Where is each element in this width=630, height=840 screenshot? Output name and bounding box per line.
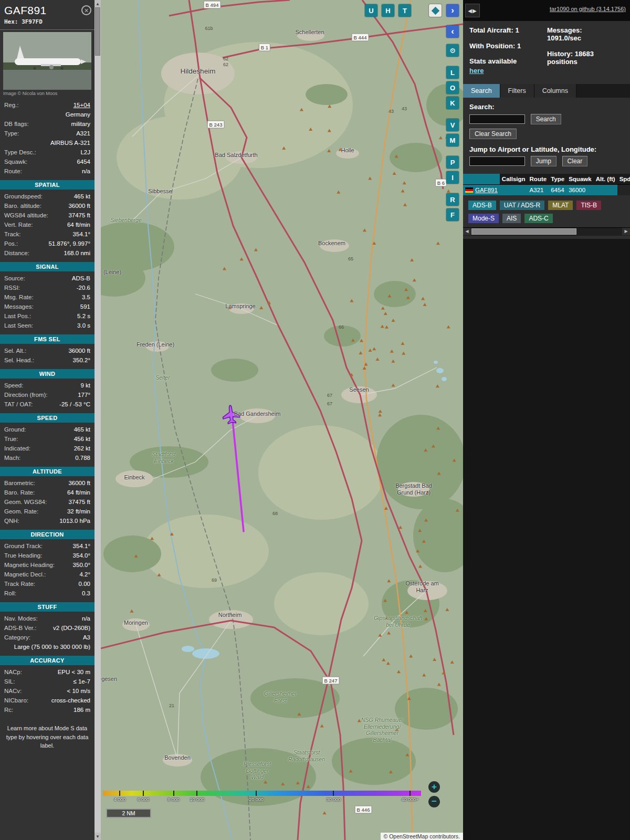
place-label: Stadtforst Einbeck bbox=[152, 451, 176, 464]
map-button-o[interactable]: O bbox=[446, 81, 459, 94]
detail-row: Baro. Rate:64 ft/min bbox=[0, 488, 94, 497]
detail-row: Last Pos.:5.2 s bbox=[0, 311, 94, 321]
sidebar-panel: ◀▶ tar1090 on github (3.14.1756) Total A… bbox=[463, 0, 630, 840]
reg-link[interactable]: 15+04 bbox=[74, 101, 90, 109]
table-header-flag[interactable] bbox=[463, 174, 500, 185]
layers-button[interactable] bbox=[429, 4, 442, 17]
road-number-label: 67 bbox=[327, 393, 332, 398]
map-button-u[interactable]: U bbox=[365, 4, 377, 17]
tab-filters[interactable]: Filters bbox=[500, 84, 534, 98]
settings-button[interactable]: ⚙ bbox=[446, 44, 459, 57]
table-header-spd[interactable]: Spd. bbox=[617, 174, 630, 185]
road-number-label: 68 bbox=[272, 511, 278, 516]
map-button-f[interactable]: F bbox=[446, 208, 459, 221]
map-button-l[interactable]: L bbox=[446, 66, 459, 79]
close-icon[interactable]: × bbox=[81, 5, 91, 15]
detail-row: SIL:≤ 1e-7 bbox=[0, 677, 94, 686]
place-label: degesen bbox=[101, 676, 117, 682]
panel-collapse-button[interactable]: ‹ bbox=[446, 25, 459, 38]
detail-row: Sel. Head.:350.2° bbox=[0, 355, 94, 365]
place-label: Siebenberge bbox=[110, 217, 142, 224]
left-panel-scrollbar[interactable]: ▲ ▼ bbox=[94, 0, 101, 840]
legend-mlat[interactable]: MLAT bbox=[548, 201, 573, 210]
map-button-i[interactable]: I bbox=[446, 171, 459, 184]
pane-toggle-icon[interactable]: ◀▶ bbox=[465, 4, 480, 17]
altitude-tick bbox=[143, 791, 144, 796]
table-header-altft[interactable]: Alt. (ft) bbox=[594, 174, 617, 185]
legend-tis-b[interactable]: TIS-B bbox=[576, 201, 601, 210]
hscrollbar-thumb[interactable] bbox=[471, 228, 576, 235]
road-shield: B 247 bbox=[322, 677, 340, 685]
legend-mode-s[interactable]: Mode-S bbox=[468, 214, 499, 223]
detail-row: Baro. altitude:36000 ft bbox=[0, 201, 94, 211]
road-shield: B 6 bbox=[435, 179, 447, 187]
scroll-right-icon[interactable]: ▶ bbox=[622, 228, 630, 235]
section-header-spatial: SPATIAL bbox=[0, 180, 94, 190]
panel-expand-button[interactable]: › bbox=[446, 4, 459, 17]
map-button-v[interactable]: V bbox=[446, 119, 459, 131]
detail-row: WGS84 altitude:37475 ft bbox=[0, 211, 94, 220]
info-row: Reg.:15+04 bbox=[0, 100, 94, 110]
map-button-m[interactable]: M bbox=[446, 134, 459, 146]
info-row: Route:n/a bbox=[0, 166, 94, 176]
hex-code: Hex: 3F97FD bbox=[4, 18, 90, 25]
map-button-p[interactable]: P bbox=[446, 156, 459, 169]
jump-input[interactable] bbox=[469, 156, 525, 166]
map[interactable]: SchellertenHildesheimBad SalzdetfurthSib… bbox=[101, 0, 463, 840]
legend-ads-c[interactable]: ADS-C bbox=[524, 214, 552, 223]
map-button-r[interactable]: R bbox=[446, 193, 459, 206]
scroll-down-icon[interactable]: ▼ bbox=[94, 833, 101, 840]
version-link[interactable]: tar1090 on github (3.14.1756) bbox=[550, 6, 626, 12]
search-area: Search: Search Clear Search Jump to Airp… bbox=[463, 98, 630, 167]
road-number-label: 21 bbox=[169, 703, 174, 708]
section-header-fms-sel: FMS SEL bbox=[0, 334, 94, 344]
messages-label: Messages: bbox=[547, 26, 624, 34]
place-label: Bad Gandersheim bbox=[234, 411, 281, 417]
aircraft-row[interactable]: GAF891A321645436000 bbox=[463, 184, 630, 195]
tab-columns[interactable]: Columns bbox=[534, 84, 576, 98]
table-header-route[interactable]: Route bbox=[528, 174, 549, 185]
info-value: military bbox=[71, 120, 90, 128]
detail-row: Rc:186 m bbox=[0, 705, 94, 715]
jump-button[interactable]: Jump bbox=[531, 156, 556, 166]
legend-ais[interactable]: AIS bbox=[502, 214, 521, 223]
table-header-callsign[interactable]: Callsign bbox=[500, 174, 528, 185]
aircraft-detail-panel: GAF891 Hex: 3F97FD × Image © Nicola von … bbox=[0, 0, 94, 840]
road-shield: B 444 bbox=[352, 34, 369, 41]
road-number-label: 62 bbox=[223, 56, 228, 61]
detail-row: Source:ADS-B bbox=[0, 274, 94, 283]
map-button-t[interactable]: T bbox=[398, 4, 411, 17]
info-row: Germany bbox=[0, 110, 94, 119]
map-button-h[interactable]: H bbox=[382, 4, 394, 17]
source-legend: ADS-BUAT / ADS-RMLATTIS-BMode-SAISADS-C bbox=[463, 195, 630, 227]
clear-search-button[interactable]: Clear Search bbox=[469, 129, 517, 139]
table-header-squawk[interactable]: Squawk bbox=[566, 174, 593, 185]
map-button-k[interactable]: K bbox=[446, 97, 459, 109]
photo-credit: Image © Nicola von Moos bbox=[3, 91, 91, 96]
search-input[interactable] bbox=[469, 114, 525, 124]
jump-clear-button[interactable]: Clear bbox=[562, 156, 588, 166]
scroll-left-icon[interactable]: ◀ bbox=[463, 228, 471, 235]
search-button[interactable]: Search bbox=[531, 114, 561, 124]
road-number-label: 61b bbox=[205, 26, 213, 31]
aircraft-photo[interactable] bbox=[3, 32, 91, 90]
callsign-link[interactable]: GAF891 bbox=[475, 187, 498, 193]
tab-search[interactable]: Search bbox=[463, 84, 500, 98]
stats-here-link[interactable]: here bbox=[469, 67, 484, 75]
table-horizontal-scrollbar[interactable]: ◀ ▶ bbox=[463, 227, 630, 236]
zoom-in-button[interactable]: + bbox=[428, 781, 440, 793]
detail-row: Last Seen:3.0 s bbox=[0, 321, 94, 330]
scroll-up-icon[interactable]: ▲ bbox=[94, 0, 101, 7]
altitude-tick bbox=[119, 791, 120, 796]
legend-uat-ads-r[interactable]: UAT / ADS-R bbox=[500, 201, 545, 210]
zoom-out-button[interactable]: − bbox=[428, 796, 440, 807]
road-number-label: 62 bbox=[223, 62, 228, 67]
scrollbar-thumb[interactable] bbox=[95, 7, 100, 56]
place-label: NSG Rhumeaue/ Ellerniederung/ Gillershei… bbox=[361, 717, 403, 743]
legend-ads-b[interactable]: ADS-B bbox=[468, 201, 496, 210]
place-label: Gipskarstlandschaft bei Uhrde bbox=[374, 615, 422, 628]
table-header-type[interactable]: Type bbox=[549, 174, 566, 185]
road-number-label: 66 bbox=[339, 324, 344, 330]
altitude-tick bbox=[173, 791, 174, 796]
place-label: Seesen bbox=[349, 386, 369, 393]
